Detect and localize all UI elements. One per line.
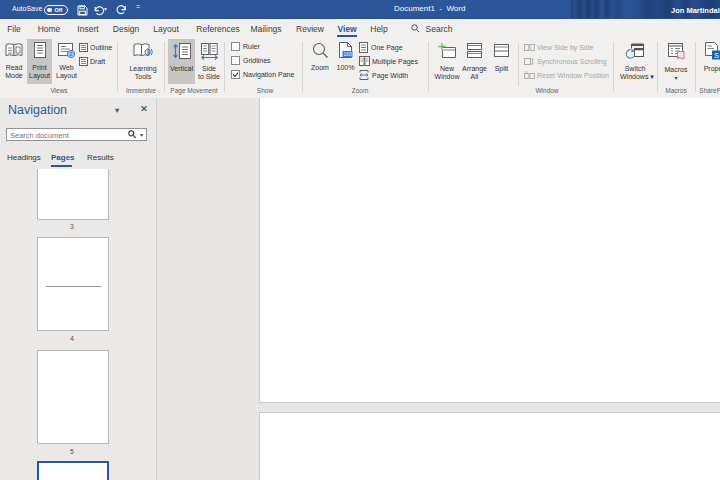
svg-text:100: 100: [343, 51, 352, 57]
svg-text:S: S: [714, 52, 719, 59]
